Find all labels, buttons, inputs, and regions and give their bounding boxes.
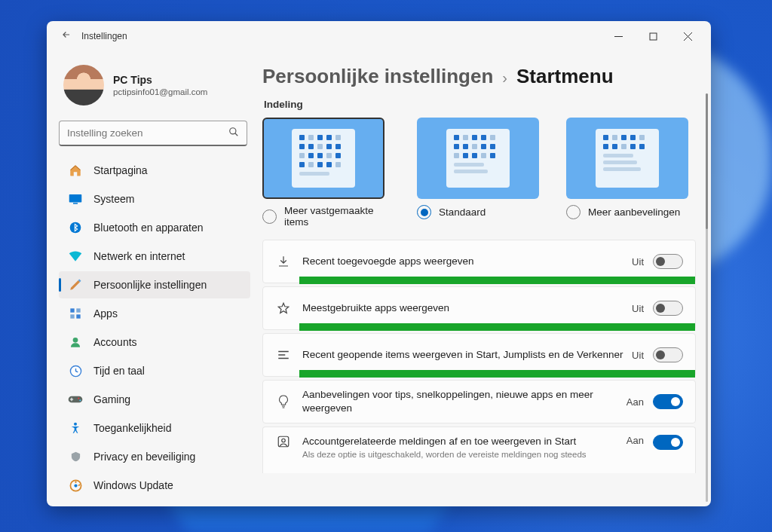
sidebar-item-personalize[interactable]: Persoonlijke instellingen [59, 271, 250, 298]
sidebar-item-label: Startpagina [93, 164, 148, 176]
network-icon [68, 249, 83, 264]
setting-subtitle: Als deze optie is uitgeschakeld, worden … [302, 450, 626, 459]
window-title: Instellingen [81, 31, 127, 41]
toggle-switch[interactable] [653, 394, 683, 409]
toggle-switch[interactable] [653, 347, 683, 362]
setting-state: Aan [626, 435, 644, 446]
accessibility-icon [68, 420, 83, 436]
avatar [63, 65, 104, 105]
back-button[interactable] [56, 29, 77, 43]
svg-rect-6 [76, 308, 80, 312]
svg-point-18 [282, 439, 286, 442]
settings-window: Instellingen PC Tips pctipsinfo01@gmail.… [47, 21, 711, 506]
svg-rect-2 [69, 194, 82, 203]
layout-thumbnail[interactable] [566, 118, 688, 199]
radio-button[interactable] [566, 205, 581, 219]
layout-option-label: Meer aanbevelingen [588, 206, 680, 218]
sidebar-item-label: Gaming [93, 393, 130, 405]
svg-point-1 [230, 128, 236, 134]
layout-option[interactable]: Meer aanbevelingen [566, 118, 688, 228]
sidebar: PC Tips pctipsinfo01@gmail.com Startpagi… [47, 51, 256, 506]
sidebar-item-label: Netwerk en internet [93, 250, 185, 262]
scrollbar[interactable] [706, 93, 708, 502]
layout-option[interactable]: Meer vastgemaakte items [262, 118, 390, 228]
sidebar-item-label: Tijd en taal [93, 365, 145, 377]
radio-button[interactable] [417, 205, 431, 219]
section-label-layout: Indeling [264, 99, 696, 110]
sidebar-item-gaming[interactable]: Gaming [59, 386, 250, 413]
radio-button[interactable] [262, 209, 277, 224]
home-icon [68, 163, 83, 178]
privacy-icon [68, 449, 83, 464]
setting-state: Uit [632, 303, 644, 314]
search-input[interactable] [67, 127, 228, 139]
breadcrumb: Persoonlijke instellingen › Startmenu [262, 65, 696, 88]
setting-title: Accountgerelateerde meldingen af en toe … [302, 435, 626, 448]
svg-point-9 [73, 338, 78, 343]
sidebar-item-home[interactable]: Startpagina [59, 157, 250, 184]
search-box[interactable] [59, 121, 247, 146]
toggle-switch[interactable] [653, 435, 683, 450]
setting-state: Uit [632, 350, 644, 361]
layout-option[interactable]: Standaard [417, 118, 539, 228]
download-icon [275, 255, 292, 268]
svg-point-14 [74, 423, 77, 426]
gaming-icon [68, 392, 83, 407]
close-button[interactable] [670, 25, 705, 47]
sidebar-item-accessibility[interactable]: Toegankelijkheid [59, 414, 250, 442]
sidebar-item-network[interactable]: Netwerk en internet [59, 243, 250, 270]
sidebar-item-label: Accounts [93, 336, 137, 348]
update-icon [68, 478, 83, 493]
toggle-switch[interactable] [653, 254, 683, 269]
breadcrumb-parent[interactable]: Persoonlijke instellingen [262, 65, 493, 88]
sidebar-item-bluetooth[interactable]: Bluetooth en apparaten [59, 214, 250, 241]
layout-thumbnail[interactable] [417, 118, 539, 199]
toggle-switch[interactable] [653, 301, 683, 316]
svg-rect-3 [73, 203, 78, 204]
svg-point-12 [78, 397, 79, 399]
svg-rect-0 [650, 33, 657, 40]
sidebar-item-apps[interactable]: Apps [59, 300, 250, 327]
profile-name: PC Tips [113, 74, 207, 86]
sidebar-item-privacy[interactable]: Privacy en beveiliging [59, 443, 250, 470]
layout-option-label: Meer vastgemaakte items [284, 205, 390, 228]
settings-list: Recent toegevoegde apps weergeven Uit Me… [262, 240, 696, 473]
layout-thumbnail[interactable] [262, 118, 384, 199]
sidebar-item-label: Persoonlijke instellingen [93, 279, 207, 291]
time-icon [68, 363, 83, 378]
svg-point-16 [74, 484, 77, 487]
titlebar: Instellingen [47, 21, 711, 51]
sidebar-item-label: Windows Update [93, 479, 173, 491]
profile-email: pctipsinfo01@gmail.com [113, 87, 207, 96]
sidebar-item-label: Privacy en beveiliging [93, 451, 195, 463]
maximize-button[interactable] [636, 25, 670, 47]
chevron-right-icon: › [502, 69, 507, 87]
sidebar-item-label: Toegankelijkheid [93, 422, 172, 434]
highlight-bar [299, 323, 695, 331]
sidebar-item-time[interactable]: Tijd en taal [59, 357, 250, 384]
svg-rect-7 [70, 314, 74, 318]
account-icon [275, 435, 292, 448]
main-content: Persoonlijke instellingen › Startmenu In… [256, 51, 711, 506]
profile-block[interactable]: PC Tips pctipsinfo01@gmail.com [59, 57, 250, 116]
setting-row: Accountgerelateerde meldingen af en toe … [262, 427, 696, 473]
system-icon [68, 191, 83, 206]
sidebar-item-label: Systeem [93, 193, 134, 205]
sidebar-item-accounts[interactable]: Accounts [59, 329, 250, 356]
nav-list: StartpaginaSysteemBluetooth en apparaten… [59, 157, 250, 499]
highlight-bar [299, 277, 695, 284]
layout-options-row: Meer vastgemaakte items Standaard Meer a… [262, 118, 696, 228]
sidebar-item-label: Bluetooth en apparaten [93, 222, 204, 234]
apps-icon [68, 306, 83, 321]
minimize-button[interactable] [601, 25, 636, 47]
svg-rect-17 [278, 436, 289, 447]
sidebar-item-system[interactable]: Systeem [59, 185, 250, 212]
bluetooth-icon [68, 220, 83, 235]
setting-title: Meestgebruikte apps weergeven [302, 301, 632, 315]
accounts-icon [68, 335, 83, 350]
svg-rect-8 [76, 314, 80, 318]
sidebar-item-update[interactable]: Windows Update [59, 472, 250, 499]
breadcrumb-current: Startmenu [516, 65, 614, 88]
search-icon [228, 127, 239, 139]
bulb-icon [275, 394, 292, 409]
